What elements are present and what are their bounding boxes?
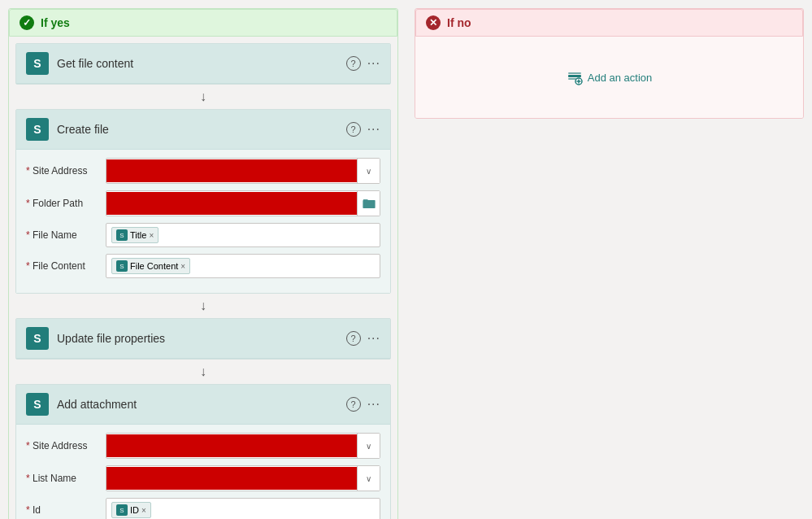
create-file-name-tag: S Title × (111, 227, 158, 243)
create-file-actions: ? ··· (346, 122, 380, 137)
add-action-label: Add an action (588, 72, 653, 84)
create-file-name-tag-text: Title (130, 230, 146, 240)
create-file-content-tag-remove[interactable]: × (180, 262, 185, 271)
add-attachment-help[interactable]: ? (346, 397, 361, 412)
add-attachment-actions: ? ··· (346, 397, 380, 412)
attach-list-name-input[interactable]: ∨ (106, 465, 380, 491)
create-site-address-row: Site Address ∨ (26, 158, 380, 184)
if-yes-container: ✓ If yes S Get file content ? ··· ↓ (8, 8, 398, 519)
add-attachment-icon: S (26, 393, 49, 416)
get-file-content-icon: S (26, 52, 49, 75)
create-folder-browse[interactable] (357, 191, 380, 216)
create-site-address-label: Site Address (26, 165, 99, 177)
attach-site-address-label: Site Address (26, 440, 99, 451)
attach-site-address-row: Site Address ∨ (26, 433, 380, 459)
create-file-card: S Create file ? ··· Site Address ∨ (15, 109, 391, 294)
svg-rect-0 (363, 200, 376, 208)
get-file-content-card: S Get file content ? ··· (15, 43, 391, 85)
get-file-content-header: S Get file content ? ··· (16, 44, 390, 84)
get-file-content-more[interactable]: ··· (367, 56, 380, 71)
if-no-container: ✕ If no Add an action (415, 8, 804, 119)
svg-rect-2 (568, 72, 581, 74)
if-yes-header: ✓ If yes (9, 9, 397, 37)
create-folder-path-row: Folder Path (26, 190, 380, 216)
attach-id-input[interactable]: S ID × (106, 498, 380, 519)
update-file-more[interactable]: ··· (367, 331, 380, 346)
create-file-name-tag-icon: S (116, 229, 128, 241)
create-file-name-input[interactable]: S Title × (106, 223, 380, 247)
add-attachment-title: Add attachment (57, 398, 338, 411)
attach-list-name-label: List Name (26, 473, 99, 484)
get-file-content-actions: ? ··· (346, 56, 380, 71)
create-folder-path-label: Folder Path (26, 198, 99, 209)
get-file-content-title: Get file content (57, 57, 338, 70)
create-file-content-label: File Content (26, 260, 99, 272)
arrow-3: ↓ (15, 360, 391, 384)
attach-site-address-input[interactable]: ∨ (106, 433, 380, 459)
attach-id-tag: S ID × (111, 502, 151, 518)
attach-list-name-row: List Name ∨ (26, 465, 380, 491)
create-file-content-input[interactable]: S File Content × (106, 254, 380, 278)
create-site-address-input[interactable]: ∨ (106, 158, 380, 184)
add-attachment-more[interactable]: ··· (367, 397, 380, 412)
update-file-title: Update file properties (57, 332, 338, 345)
get-file-content-help[interactable]: ? (346, 56, 361, 71)
create-file-content-tag-icon: S (116, 260, 128, 272)
create-site-address-dropdown[interactable]: ∨ (357, 159, 380, 183)
create-file-name-row: File Name S Title × (26, 223, 380, 247)
attach-id-row: Id S ID × (26, 498, 380, 519)
attach-id-label: Id (26, 504, 99, 516)
create-file-header: S Create file ? ··· (16, 110, 390, 150)
if-yes-label: If yes (41, 16, 70, 29)
create-file-content-row: File Content S File Content × (26, 254, 380, 278)
if-no-label: If no (447, 16, 471, 29)
add-action-button[interactable]: Add an action (567, 69, 653, 85)
create-file-body: Site Address ∨ Folder Path (16, 150, 390, 293)
left-panel: ✓ If yes S Get file content ? ··· ↓ (0, 0, 406, 519)
if-no-content: Add an action (415, 37, 803, 118)
attach-site-address-dropdown[interactable]: ∨ (357, 434, 380, 458)
create-folder-path-input[interactable] (106, 190, 380, 216)
update-file-actions: ? ··· (346, 331, 380, 346)
create-file-content-tag-text: File Content (130, 261, 178, 271)
update-file-card: S Update file properties ? ··· (15, 318, 391, 360)
attach-list-name-dropdown[interactable]: ∨ (357, 466, 380, 491)
right-panel: ✕ If no Add an action (406, 0, 812, 519)
add-attachment-header: S Add attachment ? ··· (16, 385, 390, 425)
add-attachment-card: S Add attachment ? ··· Site Address ∨ (15, 384, 391, 519)
if-no-header: ✕ If no (415, 9, 803, 37)
no-x-icon: ✕ (426, 15, 441, 30)
create-file-name-label: File Name (26, 229, 99, 241)
attach-id-tag-icon: S (116, 504, 128, 516)
arrow-2: ↓ (15, 294, 391, 318)
add-attachment-body: Site Address ∨ List Name ∨ (16, 425, 390, 519)
create-file-content-tag: S File Content × (111, 258, 190, 274)
update-file-icon: S (26, 327, 49, 350)
arrow-1: ↓ (15, 85, 391, 109)
attach-id-tag-remove[interactable]: × (141, 506, 146, 515)
yes-check-icon: ✓ (20, 15, 34, 30)
create-file-help[interactable]: ? (346, 122, 361, 137)
svg-rect-1 (568, 75, 581, 77)
update-file-help[interactable]: ? (346, 331, 361, 346)
if-yes-content: S Get file content ? ··· ↓ S Create file… (9, 37, 397, 519)
attach-id-tag-text: ID (130, 505, 139, 515)
create-file-name-tag-remove[interactable]: × (149, 231, 154, 240)
update-file-header: S Update file properties ? ··· (16, 319, 390, 359)
create-file-more[interactable]: ··· (367, 122, 380, 137)
create-file-title: Create file (57, 123, 338, 136)
create-file-icon: S (26, 118, 49, 141)
add-action-icon (567, 69, 583, 85)
